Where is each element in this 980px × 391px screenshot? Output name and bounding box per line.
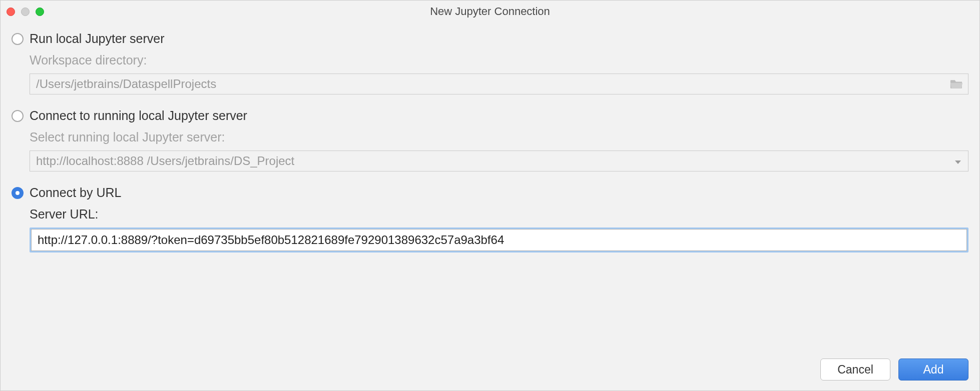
cancel-button[interactable]: Cancel	[820, 358, 890, 380]
workspace-directory-label: Workspace directory:	[30, 53, 968, 68]
add-button[interactable]: Add	[898, 358, 968, 380]
browse-folder-icon	[949, 78, 963, 90]
radio-connect-url-label: Connect by URL	[30, 186, 121, 200]
window-controls	[7, 8, 44, 16]
select-server-label: Select running local Jupyter server:	[30, 130, 968, 144]
dialog-title: New Jupyter Connection	[1, 5, 979, 18]
radio-connect-local[interactable]	[12, 110, 24, 122]
maximize-icon[interactable]	[36, 8, 44, 16]
option-connect-url: Connect by URL Server URL:	[12, 186, 968, 252]
dialog-footer: Cancel Add	[1, 358, 979, 390]
minimize-icon	[21, 8, 30, 16]
workspace-directory-field: /Users/jetbrains/DataspellProjects	[30, 74, 968, 94]
option-connect-local: Connect to running local Jupyter server …	[12, 108, 968, 172]
radio-connect-local-row[interactable]: Connect to running local Jupyter server	[12, 108, 968, 123]
radio-run-local-label: Run local Jupyter server	[30, 32, 165, 46]
new-jupyter-connection-dialog: New Jupyter Connection Run local Jupyter…	[0, 0, 980, 391]
radio-connect-url[interactable]	[12, 187, 24, 199]
radio-connect-url-row[interactable]: Connect by URL	[12, 186, 968, 200]
server-url-label: Server URL:	[30, 207, 968, 222]
chevron-down-icon	[954, 154, 961, 168]
select-server-field-wrap: http://localhost:8888 /Users/jetbrains/D…	[30, 150, 968, 172]
option-run-local: Run local Jupyter server Workspace direc…	[12, 32, 968, 94]
radio-run-local-row[interactable]: Run local Jupyter server	[12, 32, 968, 46]
server-url-input-wrap	[30, 228, 968, 252]
close-icon[interactable]	[7, 8, 15, 16]
radio-run-local[interactable]	[12, 33, 24, 45]
radio-connect-local-label: Connect to running local Jupyter server	[30, 108, 247, 123]
workspace-directory-field-wrap: /Users/jetbrains/DataspellProjects	[30, 74, 968, 94]
dialog-content: Run local Jupyter server Workspace direc…	[1, 22, 979, 358]
server-url-input[interactable]	[31, 229, 967, 251]
titlebar: New Jupyter Connection	[1, 0, 979, 22]
select-server-dropdown: http://localhost:8888 /Users/jetbrains/D…	[30, 150, 968, 172]
